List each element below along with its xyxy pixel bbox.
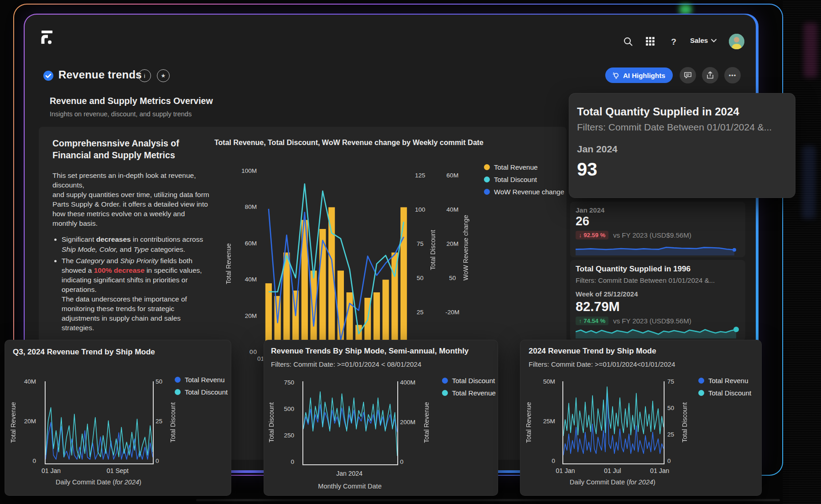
legend-dot <box>484 189 490 195</box>
combo-zero-label: 0 <box>249 348 253 355</box>
chart-card-q3: Q3, 2024 Revenue Trend by Ship ModeTotal… <box>5 340 231 496</box>
card-title: Q3, 2024 Revenue Trend by Ship Mode <box>13 348 155 357</box>
legend-item[interactable]: Total Discount <box>442 377 496 384</box>
combo-right1-axis-title: Total Discount <box>429 204 436 296</box>
x-axis-title: Daily Commit Date (for 2024) <box>549 478 676 486</box>
popover-title: Total Quantity Supplied in 2024 <box>577 105 739 118</box>
combo-left-ticks: 100M80M60M40M20M0 <box>233 168 257 355</box>
legend-dot <box>442 390 448 396</box>
x-tick-label: 01 Jan <box>650 467 669 474</box>
left-axis-title: Total Revenue <box>525 382 532 462</box>
card-plot[interactable] <box>562 381 665 464</box>
glitch-green <box>680 5 691 15</box>
popover-period: Jan 2024 <box>577 144 618 155</box>
legend-dot <box>484 177 490 182</box>
kpi-card-1996[interactable]: Total Quantity Supplied in 1996 Filters:… <box>570 260 745 341</box>
workspace-switcher[interactable]: Sales <box>690 36 717 44</box>
popover-filters: Filters: Commit Date Between 01/01/2024 … <box>577 122 772 133</box>
right-ticks: 400M200M0 <box>400 379 422 465</box>
legend-item[interactable]: Total Discount <box>175 388 228 396</box>
kpi-value: 26 <box>576 214 589 229</box>
more-icon: ••• <box>729 72 737 79</box>
card-plot[interactable] <box>45 381 154 464</box>
card-filters: Filters: Commit Date: >=01/01/2024<01/01… <box>529 360 675 368</box>
kpi-value: 82.79M <box>576 299 620 314</box>
combo-right2-ticks: 60M40M20M50-20M <box>442 172 463 316</box>
legend-item[interactable]: WoW Revenue change <box>484 188 564 196</box>
kpi-compare: vs FY 2023 (USD$9.56M) <box>613 317 691 325</box>
chart-card-semiannual: Revenue Trends By Ship Mode, Semi-annual… <box>264 340 498 496</box>
right-ticks: 50250 <box>156 379 171 464</box>
kpi-delta-row: ↑74.54 % vs FY 2023 (USD$9.56M) <box>576 317 691 325</box>
kpi-period: Week of 25/12/2024 <box>576 290 638 298</box>
combo-legend: Total RevenueTotal DiscountWoW Revenue c… <box>484 163 564 200</box>
arrow-down-icon: ↓ <box>579 232 582 239</box>
left-axis-title: Total Discount <box>268 384 275 461</box>
star-icon[interactable]: ★ <box>157 69 170 82</box>
legend-dot <box>698 390 704 396</box>
bottom-strip <box>196 499 780 501</box>
kpi-compare: vs FY 2023 (USD$9.56M) <box>613 231 691 239</box>
help-icon[interactable]: ? <box>669 36 678 48</box>
legend-item[interactable]: Total Discount <box>484 176 564 183</box>
left-ticks: 7505002500 <box>275 379 294 465</box>
apps-grid-icon[interactable] <box>646 37 655 46</box>
page-title: Revenue trends <box>58 68 142 81</box>
comment-button[interactable] <box>680 67 696 83</box>
delta-badge-up: ↑74.54 % <box>576 317 608 325</box>
more-button[interactable]: ••• <box>724 67 741 83</box>
x-tick-label: 01 Sept <box>107 467 129 474</box>
right-axis-title: Total Revenue <box>423 382 430 462</box>
chevron-down-icon <box>711 39 717 42</box>
left-ticks: 40M20M0 <box>17 379 36 464</box>
right-ticks: 7550250 <box>667 379 681 464</box>
section-subheading: Insights on revenue, discount, and suppl… <box>50 110 192 118</box>
chart-card-2024: 2024 Revenue Trend by Ship ModeFilters: … <box>520 340 762 496</box>
legend-dot <box>175 377 181 383</box>
card-plot[interactable] <box>302 381 398 465</box>
combo-left-axis-title: Total Revenue <box>225 213 232 314</box>
section-heading: Revenue and Supply Metrics Overview <box>50 96 213 106</box>
card-title: 2024 Revenue Trend by Ship Mode <box>529 347 656 356</box>
kpi-filters: Filters: Commit Date Between 01/01/2024 … <box>576 276 715 284</box>
arrow-up-icon: ↑ <box>579 317 582 324</box>
x-tick-label: 01 Jan <box>556 467 575 474</box>
kpi-sparkline-teal <box>576 327 740 338</box>
app-logo[interactable] <box>40 29 54 46</box>
legend-item[interactable]: Total Revenue <box>484 163 564 171</box>
kpi-card-jan-2024[interactable]: Jan 2024 26 ↓92.59 % vs FY 2023 (USD$9.5… <box>570 202 745 257</box>
kpi-period: Jan 2024 <box>576 206 604 214</box>
card-title: Revenue Trends By Ship Mode, Semi-annual… <box>271 347 469 356</box>
legend-item[interactable]: Total Revenu <box>698 377 751 384</box>
verified-badge-icon <box>43 70 54 81</box>
card-legend: Total DiscountTotal Revenue <box>442 377 496 401</box>
kpi-delta-row: ↓92.59 % vs FY 2023 (USD$9.56M) <box>576 231 691 239</box>
left-ticks: 50M25M0 <box>534 379 555 464</box>
right-axis-title: Total Discount <box>681 382 688 462</box>
avatar[interactable] <box>729 34 744 49</box>
glitch-blue <box>802 146 816 219</box>
left-axis-title: Total Revenue <box>10 382 17 462</box>
combo-chart-title: Total Revenue, Total Discount, WoW Reven… <box>153 139 545 147</box>
screenshot-stage: ? Sales Revenue trends i ★ AI <box>0 0 821 504</box>
legend-dot <box>175 389 181 395</box>
kpi-popover-2024: Total Quantity Supplied in 2024 Filters:… <box>569 93 795 198</box>
share-button[interactable] <box>702 67 718 83</box>
ai-highlights-button[interactable]: AI Highlights <box>605 68 673 83</box>
combo-xlabel-clipped: 01 <box>257 355 263 362</box>
lightbulb-icon <box>613 72 619 79</box>
legend-item[interactable]: Total Discount <box>698 389 751 397</box>
legend-item[interactable]: Total Revenu <box>175 376 228 384</box>
popover-value: 93 <box>577 159 598 180</box>
combo-plot[interactable] <box>264 171 408 352</box>
x-tick-label: 01 Jul <box>604 467 621 474</box>
share-icon <box>706 71 714 79</box>
legend-dot <box>442 378 448 384</box>
kpi-title: Total Quantity Supplied in 1996 <box>576 265 691 274</box>
comment-icon <box>684 71 692 79</box>
search-icon[interactable] <box>622 36 634 47</box>
combo-right2-axis-title: WoW Revenue change <box>462 195 469 300</box>
info-icon[interactable]: i <box>138 69 151 82</box>
glitch-pink <box>804 23 817 78</box>
legend-item[interactable]: Total Revenue <box>442 389 496 397</box>
